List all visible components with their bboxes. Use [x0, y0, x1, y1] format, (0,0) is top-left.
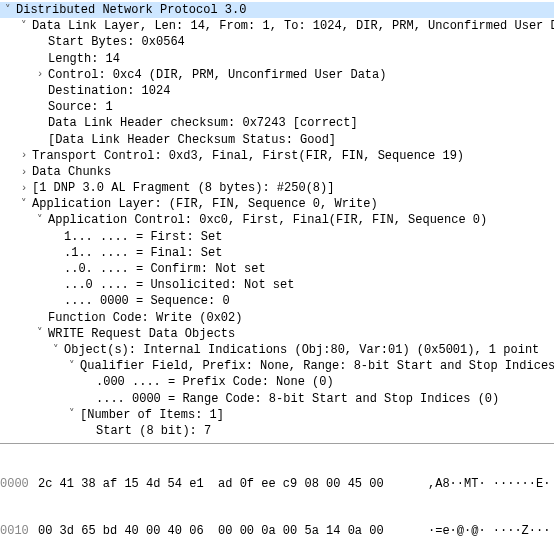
hex-row[interactable]: 0000 2c 41 38 af 15 4d 54 e1 ad 0f ee c9… — [0, 477, 554, 493]
tree-row-fragment[interactable]: › [1 DNP 3.0 AL Fragment (8 bytes): #250… — [0, 180, 554, 196]
tree-label: Qualifier Field, Prefix: None, Range: 8-… — [78, 358, 554, 374]
tree-label: WRITE Request Data Objects — [46, 326, 235, 342]
chevron-down-icon[interactable]: ˅ — [66, 359, 78, 374]
tree-row[interactable]: · Data Link Header checksum: 0x7243 [cor… — [0, 115, 554, 131]
tree-label: ..0. .... = Confirm: Not set — [62, 261, 266, 277]
tree-row-applayer[interactable]: ˅ Application Layer: (FIR, FIN, Sequence… — [0, 196, 554, 212]
tree-label: ...0 .... = Unsolicited: Not set — [62, 277, 294, 293]
hex-row[interactable]: 0010 00 3d 65 bd 40 00 40 06 00 00 0a 00… — [0, 524, 554, 536]
tree-row[interactable]: · .1.. .... = Final: Set — [0, 245, 554, 261]
tree-row[interactable]: · Length: 14 — [0, 51, 554, 67]
tree-label: [1 DNP 3.0 AL Fragment (8 bytes): #250(8… — [30, 180, 334, 196]
tree-label: [Number of Items: 1] — [78, 407, 224, 423]
chevron-down-icon[interactable]: ˅ — [34, 326, 46, 341]
tree-row-numitems[interactable]: ˅ [Number of Items: 1] — [0, 407, 554, 423]
no-icon: · — [50, 294, 62, 309]
tree-row[interactable]: · [Data Link Header Checksum Status: Goo… — [0, 132, 554, 148]
no-icon: · — [82, 424, 94, 439]
tree-label: Data Link Header checksum: 0x7243 [corre… — [46, 115, 358, 131]
chevron-right-icon[interactable]: › — [34, 67, 46, 82]
hex-bytes: 00 3d 65 bd 40 00 40 06 00 00 0a 00 5a 1… — [38, 524, 428, 536]
hex-bytes: 2c 41 38 af 15 4d 54 e1 ad 0f ee c9 08 0… — [38, 477, 428, 493]
tree-row[interactable]: · .000 .... = Prefix Code: None (0) — [0, 374, 554, 390]
tree-row-dll[interactable]: ˅ Data Link Layer, Len: 14, From: 1, To:… — [0, 18, 554, 34]
tree-label: Length: 14 — [46, 51, 120, 67]
tree-label: Object(s): Internal Indications (Obj:80,… — [62, 342, 539, 358]
tree-label: Application Control: 0xc0, First, Final(… — [46, 212, 487, 228]
tree-label: .1.. .... = Final: Set — [62, 245, 222, 261]
no-icon: · — [34, 100, 46, 115]
hex-dump-pane[interactable]: 0000 2c 41 38 af 15 4d 54 e1 ad 0f ee c9… — [0, 443, 554, 536]
tree-label: Application Layer: (FIR, FIN, Sequence 0… — [30, 196, 378, 212]
chevron-down-icon[interactable]: ˅ — [18, 19, 30, 34]
no-icon: · — [34, 84, 46, 99]
tree-row-control[interactable]: › Control: 0xc4 (DIR, PRM, Unconfirmed U… — [0, 67, 554, 83]
hex-ascii: ·=e·@·@· ····Z··· — [428, 524, 550, 536]
tree-label: .... 0000 = Range Code: 8-bit Start and … — [94, 391, 499, 407]
tree-row[interactable]: · .... 0000 = Range Code: 8-bit Start an… — [0, 391, 554, 407]
no-icon: · — [50, 229, 62, 244]
tree-row[interactable]: · Source: 1 — [0, 99, 554, 115]
chevron-down-icon[interactable]: ˅ — [2, 3, 14, 18]
tree-label: Data Chunks — [30, 164, 111, 180]
tree-row-chunks[interactable]: › Data Chunks — [0, 164, 554, 180]
chevron-down-icon[interactable]: ˅ — [18, 197, 30, 212]
chevron-right-icon[interactable]: › — [18, 165, 30, 180]
tree-row[interactable]: · Start (8 bit): 7 — [0, 423, 554, 439]
no-icon: · — [34, 132, 46, 147]
tree-label: .... 0000 = Sequence: 0 — [62, 293, 230, 309]
tree-label: Data Link Layer, Len: 14, From: 1, To: 1… — [30, 18, 554, 34]
hex-offset: 0000 — [0, 477, 38, 493]
tree-row[interactable]: · .... 0000 = Sequence: 0 — [0, 293, 554, 309]
packet-details-tree: ˅ Distributed Network Protocol 3.0 ˅ Dat… — [0, 0, 554, 443]
no-icon: · — [50, 262, 62, 277]
hex-offset: 0010 — [0, 524, 38, 536]
tree-row[interactable]: · Function Code: Write (0x02) — [0, 310, 554, 326]
tree-row-writereq[interactable]: ˅ WRITE Request Data Objects — [0, 326, 554, 342]
tree-row[interactable]: · Start Bytes: 0x0564 — [0, 34, 554, 50]
tree-row[interactable]: · ...0 .... = Unsolicited: Not set — [0, 277, 554, 293]
no-icon: · — [50, 278, 62, 293]
tree-label: 1... .... = First: Set — [62, 229, 222, 245]
no-icon: · — [34, 116, 46, 131]
tree-row-appctrl[interactable]: ˅ Application Control: 0xc0, First, Fina… — [0, 212, 554, 228]
tree-label: Transport Control: 0xd3, Final, First(FI… — [30, 148, 464, 164]
tree-row[interactable]: · 1... .... = First: Set — [0, 229, 554, 245]
tree-label: Destination: 1024 — [46, 83, 170, 99]
tree-row[interactable]: · ..0. .... = Confirm: Not set — [0, 261, 554, 277]
tree-row-objects[interactable]: ˅ Object(s): Internal Indications (Obj:8… — [0, 342, 554, 358]
no-icon: · — [82, 375, 94, 390]
no-icon: · — [82, 391, 94, 406]
no-icon: · — [34, 310, 46, 325]
tree-row-qualifier[interactable]: ˅ Qualifier Field, Prefix: None, Range: … — [0, 358, 554, 374]
no-icon: · — [34, 35, 46, 50]
tree-label: Function Code: Write (0x02) — [46, 310, 242, 326]
chevron-down-icon[interactable]: ˅ — [66, 407, 78, 422]
tree-label: Control: 0xc4 (DIR, PRM, Unconfirmed Use… — [46, 67, 386, 83]
tree-label: Source: 1 — [46, 99, 113, 115]
hex-ascii: ,A8··MT· ······E· — [428, 477, 550, 493]
tree-label: Distributed Network Protocol 3.0 — [14, 2, 246, 18]
tree-row-root[interactable]: ˅ Distributed Network Protocol 3.0 — [0, 2, 554, 18]
chevron-right-icon[interactable]: › — [18, 148, 30, 163]
chevron-down-icon[interactable]: ˅ — [34, 213, 46, 228]
no-icon: · — [34, 51, 46, 66]
no-icon: · — [50, 245, 62, 260]
tree-label: .000 .... = Prefix Code: None (0) — [94, 374, 334, 390]
chevron-down-icon[interactable]: ˅ — [50, 343, 62, 358]
tree-label: Start (8 bit): 7 — [94, 423, 211, 439]
tree-label: [Data Link Header Checksum Status: Good] — [46, 132, 336, 148]
tree-label: Start Bytes: 0x0564 — [46, 34, 185, 50]
tree-row-transport[interactable]: › Transport Control: 0xd3, Final, First(… — [0, 148, 554, 164]
chevron-right-icon[interactable]: › — [18, 181, 30, 196]
tree-row[interactable]: · Destination: 1024 — [0, 83, 554, 99]
